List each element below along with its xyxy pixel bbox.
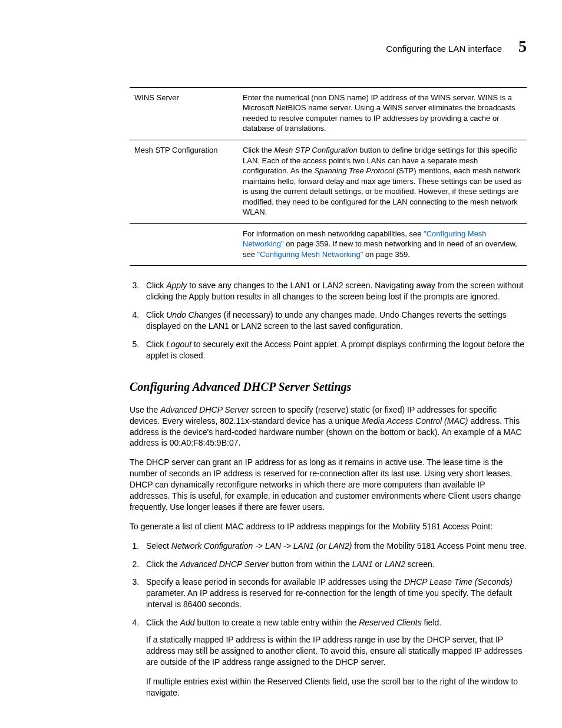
list-item: Select Network Configuration -> LAN -> L… bbox=[141, 541, 527, 552]
ui-term: Network Configuration -> LAN -> LAN1 (or… bbox=[171, 541, 352, 551]
desc-cell: Click the Mesh STP Configuration button … bbox=[238, 140, 527, 223]
term-cell bbox=[130, 223, 238, 266]
text: Click the bbox=[146, 559, 180, 569]
text: screen. bbox=[405, 559, 435, 569]
term-cell: Mesh STP Configuration bbox=[130, 140, 238, 223]
ui-term: Advanced DHCP Server bbox=[160, 405, 249, 414]
ui-term: Mesh STP Configuration bbox=[274, 146, 357, 154]
text: Specify a lease period in seconds for av… bbox=[146, 577, 404, 587]
sub-paragraph: If multiple entries exist within the Res… bbox=[146, 676, 527, 699]
ui-term: Media Access Control (MAC) bbox=[362, 416, 468, 426]
list-item: Click the Add button to create a new tab… bbox=[141, 617, 527, 698]
ui-term: Apply bbox=[166, 281, 187, 290]
table-row: WINS Server Enter the numerical (non DNS… bbox=[130, 87, 527, 140]
table-row: For information on mesh networking capab… bbox=[130, 223, 527, 266]
list-item: Click Undo Changes (if necessary) to und… bbox=[141, 309, 527, 332]
ui-term: Reserved Clients bbox=[359, 618, 422, 627]
text: Click bbox=[146, 310, 166, 319]
cross-reference-link[interactable]: "Configuring Mesh Networking" bbox=[257, 250, 363, 259]
text: on page 359. bbox=[363, 250, 410, 259]
text: parameter. An IP address is reserved for… bbox=[146, 588, 512, 609]
text: Click the bbox=[146, 618, 180, 627]
text: Click bbox=[146, 281, 166, 290]
ui-term: Add bbox=[180, 618, 195, 627]
chapter-number: 5 bbox=[518, 35, 527, 58]
ui-term: DHCP Lease Time (Seconds) bbox=[404, 577, 513, 587]
text: field. bbox=[422, 618, 441, 627]
running-title: Configuring the LAN interface bbox=[386, 43, 502, 55]
ui-term: Advanced DHCP Server bbox=[180, 559, 269, 569]
ui-term: LAN2 bbox=[385, 559, 405, 569]
text: For information on mesh networking capab… bbox=[243, 229, 424, 238]
running-header: Configuring the LAN interface 5 bbox=[59, 35, 527, 58]
text: button to create a new table entry withi… bbox=[195, 618, 359, 627]
ui-term: Logout bbox=[166, 340, 191, 349]
list-item: Click the Advanced DHCP Server button fr… bbox=[141, 559, 527, 570]
text: Click the bbox=[243, 146, 274, 154]
body-paragraph: To generate a list of client MAC address… bbox=[130, 521, 527, 532]
section-heading: Configuring Advanced DHCP Server Setting… bbox=[130, 379, 527, 395]
numbered-steps: Click Apply to save any changes to the L… bbox=[130, 280, 527, 361]
list-item: Specify a lease period in seconds for av… bbox=[141, 577, 527, 610]
text: Select bbox=[146, 541, 171, 551]
ui-term: Spanning Tree Protocol bbox=[314, 166, 394, 175]
text: or bbox=[373, 559, 385, 569]
page-content: WINS Server Enter the numerical (non DNS… bbox=[59, 87, 527, 699]
term-cell: WINS Server bbox=[130, 87, 238, 140]
desc-cell: Enter the numerical (non DNS name) IP ad… bbox=[238, 87, 527, 140]
text: to securely exit the Access Point applet… bbox=[146, 340, 524, 360]
list-item: Click Logout to securely exit the Access… bbox=[141, 339, 527, 361]
ui-term: LAN1 bbox=[352, 559, 373, 569]
desc-cell: For information on mesh networking capab… bbox=[238, 223, 527, 266]
text: Click bbox=[146, 340, 166, 349]
sub-paragraph: If a statically mapped IP address is wit… bbox=[146, 634, 527, 668]
definition-table: WINS Server Enter the numerical (non DNS… bbox=[130, 87, 527, 266]
table-row: Mesh STP Configuration Click the Mesh ST… bbox=[130, 140, 527, 223]
numbered-steps: Select Network Configuration -> LAN -> L… bbox=[130, 541, 527, 699]
body-paragraph: The DHCP server can grant an IP address … bbox=[130, 457, 527, 512]
body-paragraph: Use the Advanced DHCP Server screen to s… bbox=[130, 404, 527, 449]
text: Use the bbox=[130, 405, 160, 414]
list-item: Click Apply to save any changes to the L… bbox=[141, 280, 527, 302]
text: from the Mobility 5181 Access Point menu… bbox=[352, 541, 526, 551]
text: to save any changes to the LAN1 or LAN2 … bbox=[146, 281, 523, 301]
ui-term: Undo Changes bbox=[166, 310, 221, 319]
text: button from within the bbox=[269, 559, 352, 569]
document-page: Configuring the LAN interface 5 WINS Ser… bbox=[0, 0, 562, 728]
